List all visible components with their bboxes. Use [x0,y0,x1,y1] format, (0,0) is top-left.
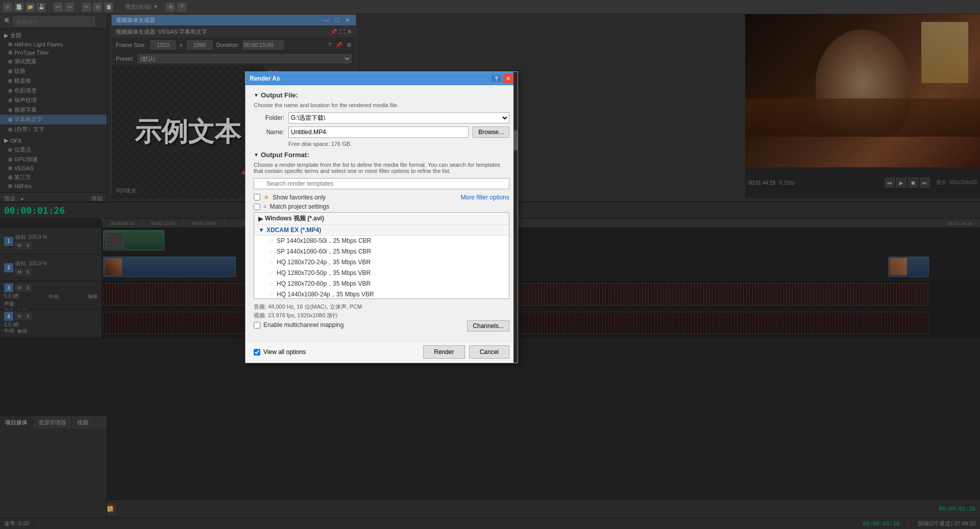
audio-info-2: 视频: 23.976 fps, 1920x1080 渐行 [254,312,509,319]
folder-row: Folder: G:\迅雷下载\ [254,112,509,123]
template-search-input[interactable] [254,178,509,189]
dialog-title: Render As [250,75,280,82]
dialog-title-controls: ? ✕ [492,73,513,84]
template-list[interactable]: ▶ Windows 视频 (*.avi) ▼ XDCAM EX (*.MP4) … [254,212,509,299]
render-button[interactable]: Render [423,345,464,359]
star-icon-0[interactable]: ☆ [268,238,274,244]
output-format-label: Output Format: [261,151,309,159]
name-row: Name: Browse... [254,127,509,138]
star-icon-3[interactable]: ☆ [268,270,274,276]
template-item-4[interactable]: ☆ HQ 1280x720-60p，35 Mbps VBR [254,279,509,289]
template-item-2[interactable]: ☆ HQ 1280x720-24p，35 Mbps VBR [254,257,509,268]
template-label-3: HQ 1280x720-50p，35 Mbps VBR [277,269,371,278]
footer-left: View all options [254,348,306,356]
expand-mp4: ▼ [258,226,264,234]
template-group-avi[interactable]: ▶ Windows 视频 (*.avi) [254,213,509,225]
expand-avi: ▶ [258,215,263,222]
output-file-section-header[interactable]: ▼ Output File: [254,91,509,99]
match-project-label: Match project settings [270,203,329,210]
star-icon-4[interactable]: ☆ [268,281,274,287]
output-file-label: Output File: [261,91,298,99]
disk-space-text: Free disk space: 176 GB. [288,141,509,147]
template-search-wrap: 🔍 [254,178,509,189]
match-project-icon: = [263,204,266,210]
favorites-row: ★ Show favorites only More filter option… [254,193,509,201]
dialog-help-btn[interactable]: ? [492,75,501,82]
multichannel-row: Enable multichannel mapping Channels... [254,320,509,332]
match-project-row: = Match project settings [254,203,509,210]
star-icon-5[interactable]: ☆ [268,291,274,298]
section-arrow-2: ▼ [254,152,259,158]
favorites-star-icon: ★ [263,193,270,201]
template-item-3[interactable]: ☆ HQ 1280x720-50p，35 Mbps VBR [254,268,509,279]
output-format-section-header[interactable]: ▼ Output Format: [254,151,509,159]
template-item-5[interactable]: ☆ HQ 1440x1080-24p，35 Mbps VBR [254,289,509,299]
name-label: Name: [254,129,284,136]
star-icon-2[interactable]: ☆ [268,259,274,266]
audio-info-1: 音频: 48,000 Hz, 16 位(MAC), 立体声, PCM [254,303,509,311]
output-format-desc: Choose a render template from the list t… [254,162,509,174]
cancel-button[interactable]: Cancel [469,345,509,359]
channels-button[interactable]: Channels... [467,320,509,332]
match-project-checkbox[interactable] [254,204,260,210]
multichannel-checkbox-row: Enable multichannel mapping [254,321,344,329]
template-label-1: SP 1440x1080-60i，25 Mbps CBR [277,247,371,256]
name-input[interactable] [288,127,469,138]
multichannel-label: Enable multichannel mapping [263,321,344,329]
folder-dropdown[interactable]: G:\迅雷下载\ [288,112,509,123]
footer-right: Render Cancel [423,345,509,359]
group-avi-label: Windows 视频 (*.avi) [265,214,324,223]
template-label-5: HQ 1440x1080-24p，35 Mbps VBR [277,290,374,299]
show-favorites-checkbox[interactable] [254,194,260,200]
template-label-2: HQ 1280x720-24p，35 Mbps VBR [277,258,371,267]
dialog-footer: View all options Render Cancel [246,341,518,363]
more-filters-link[interactable]: More filter options [461,194,509,201]
dialog-close-btn[interactable]: ✕ [503,73,513,84]
template-label-4: HQ 1280x720-60p，35 Mbps VBR [277,280,371,288]
dialog-body: ▼ Output File: Choose the name and locat… [246,85,518,341]
show-favorites-label: Show favorites only [273,194,326,201]
template-group-mp4[interactable]: ▼ XDCAM EX (*.MP4) [254,225,509,236]
browse-button[interactable]: Browse... [473,127,509,138]
star-icon-1[interactable]: ☆ [268,248,274,255]
section-arrow-1: ▼ [254,92,259,98]
template-item-1[interactable]: ☆ SP 1440x1080-60i，25 Mbps CBR [254,246,509,257]
render-as-dialog: Render As ? ✕ ▼ Output File: Choose the … [245,71,518,363]
template-item-0[interactable]: ☆ SP 1440x1080-50i，25 Mbps CBR [254,236,509,246]
output-file-desc: Choose the name and location for the ren… [254,102,509,108]
view-all-options-checkbox[interactable] [254,349,260,356]
folder-label: Folder: [254,114,284,121]
view-all-options-label: View all options [263,348,306,356]
group-mp4-label: XDCAM EX (*.MP4) [266,226,321,234]
dialog-overlay: Render As ? ✕ ▼ Output File: Choose the … [0,0,980,529]
template-label-0: SP 1440x1080-50i，25 Mbps CBR [277,237,371,245]
dialog-titlebar: Render As ? ✕ [246,72,518,85]
multichannel-checkbox[interactable] [254,322,260,329]
